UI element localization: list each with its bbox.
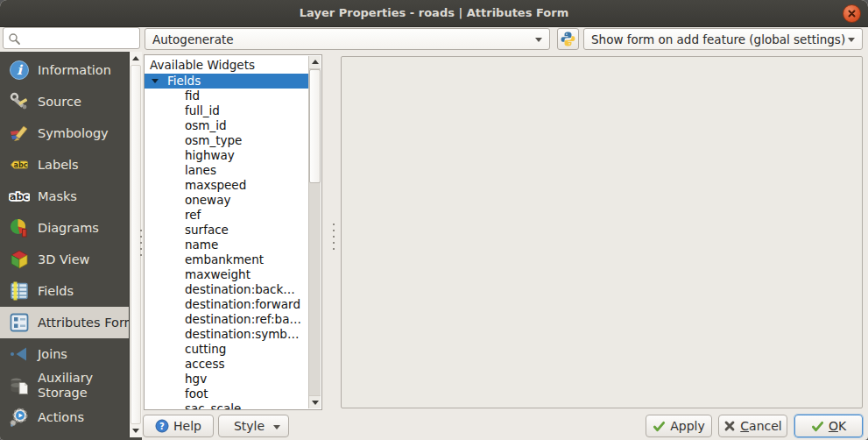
form-layout-area[interactable] [341, 56, 863, 408]
tree-item-oneway[interactable]: oneway [145, 193, 309, 208]
tree-item-fid[interactable]: fid [145, 89, 309, 103]
tree-item-cutting[interactable]: cutting [145, 342, 309, 357]
sidebar-item-label: Labels [38, 158, 79, 172]
check-icon [653, 420, 666, 433]
window-title: Layer Properties - roads | Attributes Fo… [0, 0, 868, 26]
sidebar-item-label: 3D View [38, 252, 89, 266]
scroll-down-icon [312, 401, 319, 405]
sidebar-item-labels[interactable]: abc Labels [0, 149, 130, 181]
sidebar-item-fields[interactable]: Fields [0, 275, 130, 307]
sidebar-item-label: Symbology [38, 126, 109, 140]
tree-item-name[interactable]: name [145, 238, 309, 252]
tree-item-maxweight[interactable]: maxweight [145, 267, 309, 282]
tree-item-maxspeed[interactable]: maxspeed [145, 178, 309, 193]
apply-button[interactable]: Apply [646, 415, 712, 437]
scroll-down-button[interactable] [309, 395, 321, 408]
sidebar-scrollbar[interactable] [129, 52, 142, 437]
svg-text:abc: abc [10, 191, 29, 202]
tree-item-label: fid [185, 89, 200, 103]
scroll-up-button[interactable] [309, 56, 321, 69]
auxiliary-storage-icon [9, 375, 30, 396]
diagrams-icon [9, 217, 30, 238]
svg-text:?: ? [159, 422, 165, 431]
show-form-value: Show form on add feature (global setting… [591, 32, 845, 46]
actions-icon [9, 407, 30, 428]
form-layout-select[interactable]: Autogenerate [145, 28, 550, 50]
sidebar-item-label: Fields [38, 284, 74, 298]
apply-label: Apply [670, 419, 705, 433]
scroll-up-icon[interactable] [132, 56, 139, 60]
properties-sidebar: i Information Source [0, 52, 142, 440]
help-label: Help [173, 419, 201, 433]
tree-item-label: lanes [185, 163, 216, 177]
tree-item-label: destination:ref:ba… [185, 312, 301, 326]
tree-item-osm-type[interactable]: osm_type [145, 133, 309, 148]
tree-item-label: destination:forward [185, 297, 300, 311]
tree-item-label: destination:symb… [185, 327, 299, 341]
scrollbar-thumb[interactable] [309, 69, 321, 183]
titlebar[interactable]: Layer Properties - roads | Attributes Fo… [0, 0, 868, 27]
style-button[interactable]: Style [218, 415, 289, 437]
tree-item-destination-back-[interactable]: destination:back… [145, 282, 309, 297]
tree-item-label: osm_type [185, 133, 242, 147]
x-icon [723, 420, 736, 432]
splitter-handle[interactable] [333, 224, 335, 225]
tree-item-access[interactable]: access [145, 357, 309, 372]
sidebar-item-source[interactable]: Source [0, 86, 130, 117]
tree-item-surface[interactable]: surface [145, 223, 309, 238]
widgets-scrollbar[interactable] [308, 56, 321, 408]
tree-item-ref[interactable]: ref [145, 208, 309, 223]
tree-item-osm-id[interactable]: osm_id [145, 118, 309, 133]
sidebar-item-auxiliary-storage[interactable]: Auxiliary Storage [0, 370, 130, 401]
help-icon: ? [155, 419, 169, 433]
sidebar-item-label: Joins [38, 347, 67, 361]
style-label: Style [234, 419, 265, 433]
available-widgets-header: Available Widgets [145, 55, 321, 74]
show-form-select[interactable]: Show form on add feature (global setting… [583, 28, 863, 50]
sidebar-item-diagrams[interactable]: Diagrams [0, 212, 130, 244]
symbology-icon [9, 123, 30, 144]
tree-root-label: Fields [167, 74, 201, 88]
sidebar-item-symbology[interactable]: Symbology [0, 117, 130, 149]
tree-item-destination-forward[interactable]: destination:forward [145, 297, 309, 312]
ok-button[interactable]: OK [794, 415, 863, 437]
info-icon: i [9, 60, 30, 81]
3d-view-icon [9, 249, 30, 270]
form-layout-value: Autogenerate [152, 32, 234, 46]
masks-icon: abc [9, 186, 30, 207]
cancel-button[interactable]: Cancel [718, 415, 787, 437]
tree-item-label: ref [185, 208, 201, 222]
sidebar-item-masks[interactable]: abc Masks [0, 181, 130, 212]
tree-expand-icon[interactable] [152, 79, 159, 83]
sidebar-item-joins[interactable]: Joins [0, 338, 130, 370]
sidebar-item-attributes-form[interactable]: Attributes Form [0, 307, 130, 338]
help-button[interactable]: ? Help [143, 415, 214, 437]
splitter-handle[interactable] [140, 230, 142, 231]
tree-item-label: maxweight [185, 267, 251, 281]
tree-item-fields-root[interactable]: Fields [145, 74, 309, 89]
sidebar-item-information[interactable]: i Information [0, 54, 130, 86]
sidebar-item-3d-view[interactable]: 3D View [0, 244, 130, 275]
scroll-down-icon[interactable] [132, 429, 139, 433]
tree-item-full-id[interactable]: full_id [145, 103, 309, 118]
tree-item-label: foot [185, 387, 208, 401]
search-input[interactable] [3, 27, 140, 49]
python-init-button[interactable] [557, 28, 579, 50]
tree-item-label: destination:back… [185, 282, 295, 296]
tree-item-highway[interactable]: highway [145, 148, 309, 163]
sidebar-item-actions[interactable]: Actions [0, 401, 130, 433]
tree-item-hgv[interactable]: hgv [145, 372, 309, 387]
sidebar-item-label: Source [38, 95, 81, 109]
tree-item-destination-symb-[interactable]: destination:symb… [145, 327, 309, 342]
tree-item-lanes[interactable]: lanes [145, 163, 309, 178]
scrollbar-thumb[interactable] [131, 65, 141, 424]
close-button[interactable] [843, 4, 861, 23]
tree-item-embankment[interactable]: embankment [145, 252, 309, 267]
tree-item-foot[interactable]: foot [145, 387, 309, 401]
joins-icon [9, 344, 30, 365]
tree-item-destination-ref-ba-[interactable]: destination:ref:ba… [145, 312, 309, 327]
source-icon [9, 91, 30, 112]
chevron-down-icon [848, 38, 855, 42]
tree-item-sac-scale[interactable]: sac_scale [145, 401, 309, 409]
attributes-form-icon [9, 312, 30, 333]
